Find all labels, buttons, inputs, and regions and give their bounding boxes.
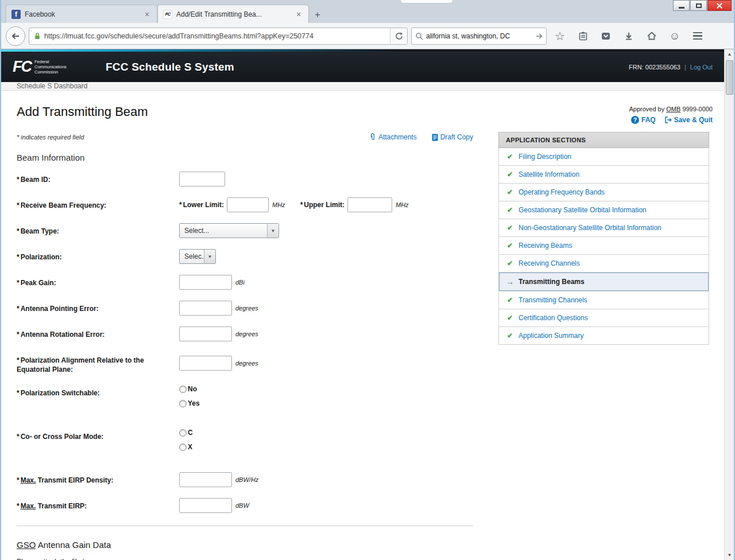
hamburger-icon xyxy=(693,32,702,40)
search-bar[interactable] xyxy=(411,28,547,45)
hello-smiley-icon[interactable] xyxy=(665,27,684,45)
lower-limit-input[interactable] xyxy=(227,197,269,212)
menu-button[interactable] xyxy=(688,27,707,45)
minimize-icon xyxy=(679,7,684,9)
degrees-unit: degrees xyxy=(235,360,258,367)
radio-label: Yes xyxy=(188,399,200,407)
scroll-up-icon[interactable] xyxy=(725,49,734,59)
minimize-button[interactable] xyxy=(673,0,690,11)
back-button[interactable] xyxy=(6,26,25,46)
sidebar-item-label: Non-Geostationary Satellite Orbital Info… xyxy=(519,224,662,232)
eirp-density-label: *Max. Transmit EIRP Density: xyxy=(17,472,175,487)
sidebar-item-non-geostationary-orbital-info[interactable]: Non-Geostationary Satellite Orbital Info… xyxy=(498,219,709,237)
sidebar-item-receiving-beams[interactable]: Receiving Beams xyxy=(498,237,709,255)
page-content: FC Federal Communications Commission FCC… xyxy=(1,49,724,560)
tab-add-edit-transmitting-beams[interactable]: Add/Edit Transmitting Bea... xyxy=(157,5,309,23)
sidebar-item-label: Application Summary xyxy=(519,332,583,340)
close-tab-icon[interactable] xyxy=(142,10,152,19)
close-tab-icon[interactable] xyxy=(294,10,303,19)
maximize-button[interactable] xyxy=(690,0,707,11)
dbw-hz-unit: dBW/Hz xyxy=(235,476,258,483)
sidebar-item-label: Transmitting Channels xyxy=(519,296,587,304)
sidebar-item-transmitting-channels[interactable]: Transmitting Channels xyxy=(498,291,709,309)
eirp-density-input[interactable] xyxy=(179,472,232,487)
scroll-down-icon[interactable] xyxy=(725,550,734,560)
attach-here-link[interactable]: here xyxy=(83,558,96,560)
search-go-icon[interactable] xyxy=(536,33,543,40)
logout-link[interactable]: Log Out xyxy=(690,64,713,71)
save-quit-label: Save & Quit xyxy=(674,116,713,124)
option-yes[interactable]: Yes xyxy=(179,399,200,407)
attachments-label: Attachments xyxy=(378,133,417,141)
pocket-icon[interactable] xyxy=(596,27,616,45)
radio-x[interactable] xyxy=(179,444,187,451)
radio-c[interactable] xyxy=(179,429,187,437)
paperclip-icon xyxy=(369,133,376,141)
sidebar-item-filing-description[interactable]: Filing Description xyxy=(498,148,709,166)
vertical-scrollbar[interactable] xyxy=(724,49,734,560)
new-tab-button[interactable] xyxy=(309,8,326,22)
polarization-label: *Polarization: xyxy=(17,249,175,264)
bookmark-star-icon[interactable] xyxy=(550,27,570,45)
upper-limit-input[interactable] xyxy=(347,197,392,212)
required-marker: * xyxy=(17,433,20,441)
radio-no[interactable] xyxy=(179,386,187,393)
peak-gain-input[interactable] xyxy=(179,275,232,290)
check-icon xyxy=(506,188,514,196)
bookmarks-panel-icon[interactable] xyxy=(573,27,593,45)
polarization-select[interactable]: Selec... xyxy=(179,249,216,264)
label-text: Receive Beam Frequency: xyxy=(21,201,106,209)
faq-label: FAQ xyxy=(641,116,656,124)
required-marker: * xyxy=(179,201,182,209)
faq-link[interactable]: FAQ xyxy=(631,116,656,124)
pointing-error-input[interactable] xyxy=(179,301,232,316)
option-c[interactable]: C xyxy=(179,429,193,437)
omb-approval-text: Approved by OMB 9999-0000 xyxy=(629,106,713,112)
check-icon xyxy=(506,296,514,304)
receive-frequency-label: *Receive Beam Frequency: xyxy=(17,197,175,212)
sidebar-item-geostationary-orbital-info[interactable]: Geostationary Satellite Orbital Informat… xyxy=(498,201,709,219)
sidebar-item-label: Satellite Information xyxy=(519,170,579,178)
label-text: Antenna Rotational Error: xyxy=(21,330,105,339)
option-no[interactable]: No xyxy=(179,385,200,393)
form-row-co-cross-polar-mode: *Co- or Cross Polar Mode: C X xyxy=(17,429,724,457)
reload-button[interactable] xyxy=(390,28,407,44)
eirp-input[interactable] xyxy=(179,498,232,513)
sidebar-item-operating-frequency-bands[interactable]: Operating Frequency Bands xyxy=(498,184,709,201)
attach-file-line: Please attach the file here xyxy=(17,558,724,560)
form-row-polarization-alignment: *Polarization Alignment Relative to the … xyxy=(17,352,724,374)
sidebar-item-transmitting-beams[interactable]: Transmitting Beams xyxy=(498,273,709,291)
search-input[interactable] xyxy=(426,32,533,40)
rotational-error-input[interactable] xyxy=(179,326,232,341)
label-text: Transmit EIRP: xyxy=(36,502,87,510)
tab-facebook[interactable]: Facebook xyxy=(6,5,157,23)
option-x[interactable]: X xyxy=(179,443,193,451)
breadcrumb[interactable]: Schedule S Dashboard xyxy=(17,82,87,90)
sidebar-item-receiving-channels[interactable]: Receiving Channels xyxy=(498,255,709,273)
required-marker: * xyxy=(17,305,20,313)
beam-type-select[interactable]: Select... xyxy=(179,223,279,238)
url-input[interactable] xyxy=(44,28,390,44)
exit-icon xyxy=(665,116,672,123)
beam-id-input[interactable] xyxy=(179,172,225,186)
tab-title: Add/Edit Transmitting Bea... xyxy=(176,10,290,18)
radio-yes[interactable] xyxy=(179,400,187,407)
url-bar[interactable] xyxy=(29,28,408,45)
downloads-icon[interactable] xyxy=(619,27,639,45)
draft-copy-link[interactable]: Draft Copy xyxy=(432,133,473,141)
polarization-alignment-input[interactable] xyxy=(179,356,232,371)
sidebar-item-certification-questions[interactable]: Certification Questions xyxy=(498,309,709,327)
scrollbar-thumb[interactable] xyxy=(726,60,733,95)
attachments-link[interactable]: Attachments xyxy=(369,133,417,141)
save-quit-link[interactable]: Save & Quit xyxy=(665,116,713,124)
close-button[interactable] xyxy=(707,0,732,11)
home-icon[interactable] xyxy=(642,27,662,45)
label-text: Lower Limit: xyxy=(183,201,224,209)
sidebar-item-satellite-information[interactable]: Satellite Information xyxy=(498,166,709,184)
sidebar-item-application-summary[interactable]: Application Summary xyxy=(498,327,709,345)
gso-antenna-gain-heading: GSO Antenna Gain Data xyxy=(17,540,724,550)
label-text: Transmit EIRP Density: xyxy=(36,476,113,484)
lock-icon[interactable] xyxy=(34,32,41,40)
fcc-logo-caption: Federal Communications Commission xyxy=(34,59,82,75)
required-marker: * xyxy=(17,502,20,510)
